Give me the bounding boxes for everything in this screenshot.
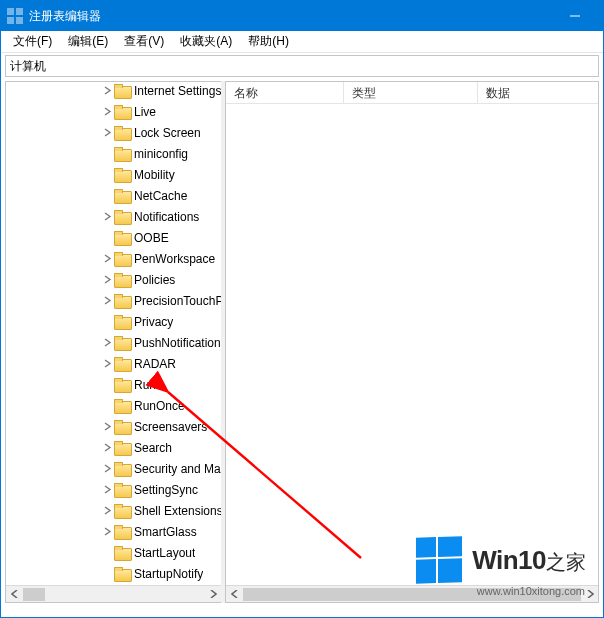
folder-icon <box>114 567 130 581</box>
expand-toggle[interactable] <box>100 206 114 227</box>
values-pane: 名称 类型 数据 <box>225 81 599 603</box>
tree-node[interactable]: PushNotifications <box>6 332 221 353</box>
scroll-thumb[interactable] <box>243 588 581 601</box>
tree-node[interactable]: Internet Settings <box>6 82 221 101</box>
tree-node[interactable]: Lock Screen <box>6 122 221 143</box>
expand-toggle[interactable] <box>100 416 114 437</box>
folder-icon <box>114 357 130 371</box>
scroll-left-button[interactable] <box>226 586 243 603</box>
tree-node[interactable]: RADAR <box>6 353 221 374</box>
tree-node-label: StartupNotify <box>134 567 203 581</box>
window-title: 注册表编辑器 <box>29 8 552 25</box>
tree-node-label: OOBE <box>134 231 169 245</box>
folder-icon <box>114 399 130 413</box>
tree-viewport[interactable]: Internet SettingsLiveLock Screenminiconf… <box>6 82 221 585</box>
folder-icon <box>114 105 130 119</box>
tree-node[interactable]: SmartGlass <box>6 521 221 542</box>
tree-node[interactable]: Policies <box>6 269 221 290</box>
folder-icon <box>114 231 130 245</box>
tree-node-label: Policies <box>134 273 175 287</box>
tree-node-label: Live <box>134 105 156 119</box>
menu-help[interactable]: 帮助(H) <box>240 31 297 52</box>
tree-node-label: StartLayout <box>134 546 195 560</box>
values-hscrollbar[interactable] <box>226 585 598 602</box>
main-area: Internet SettingsLiveLock Screenminiconf… <box>5 81 599 603</box>
folder-icon <box>114 294 130 308</box>
folder-icon <box>114 210 130 224</box>
values-list[interactable] <box>226 104 598 585</box>
folder-icon <box>114 147 130 161</box>
expand-toggle[interactable] <box>100 500 114 521</box>
expand-toggle[interactable] <box>100 248 114 269</box>
menu-view[interactable]: 查看(V) <box>116 31 172 52</box>
tree-node-label: miniconfig <box>134 147 188 161</box>
chevron-left-icon <box>11 590 19 598</box>
tree-node[interactable]: Shell Extensions <box>6 500 221 521</box>
scroll-right-button[interactable] <box>581 586 598 603</box>
folder-icon <box>114 315 130 329</box>
tree-node[interactable]: Privacy <box>6 311 221 332</box>
scroll-track[interactable] <box>243 586 581 603</box>
tree-node[interactable]: OOBE <box>6 227 221 248</box>
minimize-button[interactable] <box>552 1 597 31</box>
tree-node-label: SettingSync <box>134 483 198 497</box>
menu-edit[interactable]: 编辑(E) <box>60 31 116 52</box>
tree-node-label: Screensavers <box>134 420 207 434</box>
folder-icon <box>114 525 130 539</box>
column-type[interactable]: 类型 <box>344 82 478 103</box>
list-header: 名称 类型 数据 <box>226 82 598 104</box>
folder-icon <box>114 378 130 392</box>
expand-toggle[interactable] <box>100 458 114 479</box>
folder-icon <box>114 84 130 98</box>
chevron-left-icon <box>231 590 239 598</box>
folder-icon <box>114 462 130 476</box>
folder-icon <box>114 546 130 560</box>
app-icon <box>7 8 23 24</box>
tree-node[interactable]: Search <box>6 437 221 458</box>
tree-node[interactable]: PenWorkspace <box>6 248 221 269</box>
tree-node[interactable]: Security and Maintenance <box>6 458 221 479</box>
tree-node[interactable]: Live <box>6 101 221 122</box>
folder-icon <box>114 420 130 434</box>
column-data[interactable]: 数据 <box>478 82 598 103</box>
expand-toggle[interactable] <box>100 82 114 101</box>
tree-node-label: Search <box>134 441 172 455</box>
tree-node-label: Internet Settings <box>134 84 221 98</box>
scroll-left-button[interactable] <box>6 586 23 603</box>
tree-node[interactable]: NetCache <box>6 185 221 206</box>
tree-node[interactable]: StartLayout <box>6 542 221 563</box>
menu-file[interactable]: 文件(F) <box>5 31 60 52</box>
tree-node[interactable]: Run <box>6 374 221 395</box>
expand-toggle[interactable] <box>100 269 114 290</box>
expand-toggle[interactable] <box>100 479 114 500</box>
tree-hscrollbar[interactable] <box>6 585 221 602</box>
expand-toggle[interactable] <box>100 332 114 353</box>
tree-node-label: Mobility <box>134 168 175 182</box>
address-text: 计算机 <box>10 58 46 75</box>
scroll-thumb[interactable] <box>23 588 45 601</box>
address-bar[interactable]: 计算机 <box>5 55 599 77</box>
scroll-track[interactable] <box>23 586 204 603</box>
column-name[interactable]: 名称 <box>226 82 344 103</box>
tree-node[interactable]: Mobility <box>6 164 221 185</box>
tree-node[interactable]: Screensavers <box>6 416 221 437</box>
expand-toggle[interactable] <box>100 521 114 542</box>
tree-node[interactable]: StartupNotify <box>6 563 221 584</box>
folder-icon <box>114 126 130 140</box>
expand-toggle[interactable] <box>100 122 114 143</box>
tree-node-label: Shell Extensions <box>134 504 221 518</box>
folder-icon <box>114 483 130 497</box>
tree-node[interactable]: PrecisionTouchPad <box>6 290 221 311</box>
expand-toggle[interactable] <box>100 101 114 122</box>
tree-node[interactable]: SettingSync <box>6 479 221 500</box>
expand-toggle[interactable] <box>100 290 114 311</box>
expand-toggle[interactable] <box>100 353 114 374</box>
tree-node[interactable]: Notifications <box>6 206 221 227</box>
scroll-right-button[interactable] <box>204 586 221 603</box>
expand-toggle[interactable] <box>100 437 114 458</box>
tree-node-label: PrecisionTouchPad <box>134 294 221 308</box>
folder-icon <box>114 504 130 518</box>
menu-favorites[interactable]: 收藏夹(A) <box>172 31 240 52</box>
tree-node[interactable]: miniconfig <box>6 143 221 164</box>
tree-node[interactable]: RunOnce <box>6 395 221 416</box>
